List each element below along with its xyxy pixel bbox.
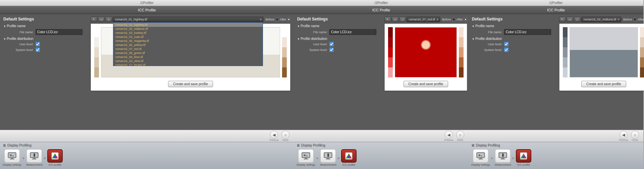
dropdown-option[interactable]: roman16_02_midtone.tif <box>113 27 263 31</box>
preview-image <box>570 27 638 77</box>
chevron-right-icon: ▸ <box>23 156 25 160</box>
workflow-step-3[interactable] <box>516 149 531 163</box>
workflow-step-2[interactable] <box>26 149 42 163</box>
after-radio[interactable] <box>287 18 290 21</box>
svg-rect-33 <box>477 153 484 157</box>
profile-name-section[interactable]: Profile name <box>297 24 378 28</box>
app-panel: i1ProfilerICC ProfileDefault SettingsPro… <box>0 0 294 169</box>
system-level-label: System level: <box>479 48 502 52</box>
before-radio[interactable] <box>452 18 455 21</box>
workflow-step-3[interactable] <box>341 149 357 163</box>
workflow-step-label: ICC profile <box>517 163 530 166</box>
user-level-checkbox[interactable] <box>36 42 40 46</box>
dropdown-list[interactable]: roman16_01_highkey.tifroman16_02_midtone… <box>113 22 263 66</box>
svg-rect-9 <box>32 159 37 159</box>
workflow-step-1[interactable] <box>473 149 488 163</box>
home-button[interactable]: ⌂ <box>631 131 639 139</box>
dropdown-option[interactable]: roman16_01_highkey.tif <box>113 23 263 27</box>
dropdown-option[interactable]: roman16_06_yellow.tif <box>113 43 263 47</box>
image-select-dropdown[interactable]: roman16_01_highkey.tifroman16_01_highkey… <box>113 17 263 22</box>
previous-button[interactable]: ◀ <box>620 131 628 139</box>
svg-rect-42 <box>502 154 504 157</box>
dropdown-option[interactable]: roman16_03_lowkey.tif <box>113 31 263 35</box>
home-label: Home <box>455 139 465 141</box>
dropdown-option[interactable]: roman16_09_blue.tif <box>113 55 263 59</box>
file-name-input[interactable] <box>504 29 551 35</box>
file-name-input[interactable] <box>329 29 376 35</box>
app-panel: i1ProfilerICC ProfileDefault SettingsPro… <box>294 0 469 169</box>
profile-distribution-section[interactable]: Profile distribution <box>297 37 378 41</box>
svg-point-21 <box>306 155 308 157</box>
dropdown-option[interactable]: roman16_07_red.tif <box>113 47 263 51</box>
dropdown-option[interactable]: roman16_05_magenta.tif <box>113 39 263 43</box>
home-button[interactable]: ⌂ <box>281 131 289 139</box>
user-level-label: User level: <box>304 43 327 46</box>
user-level-checkbox[interactable] <box>504 42 508 46</box>
dropdown-option[interactable]: roman16_04_cyan.tif <box>113 35 263 39</box>
person-icon[interactable]: ☺ <box>574 17 581 22</box>
previous-button[interactable]: ◀ <box>445 131 453 139</box>
profile-name-section[interactable]: Profile name <box>472 24 552 28</box>
home-button[interactable]: ⌂ <box>456 131 464 139</box>
workflow-step-3[interactable] <box>47 149 63 163</box>
settings-heading: Default Settings <box>297 17 378 21</box>
workflow-step-1[interactable] <box>298 149 314 163</box>
pointer-icon[interactable]: ↖ <box>91 17 97 22</box>
profile-distribution-section[interactable]: Profile distribution <box>3 37 84 41</box>
system-level-checkbox[interactable] <box>36 48 40 52</box>
preview-panel: Create and save profile <box>559 23 644 91</box>
swatch-col-left <box>388 27 393 77</box>
system-level-label: System level: <box>10 48 34 52</box>
before-radio[interactable] <box>275 18 279 21</box>
svg-rect-3 <box>10 159 14 159</box>
workflow-step-label: Display settings <box>297 163 315 166</box>
workflow-title: 🖥Display Profiling <box>0 142 294 148</box>
system-level-label: System level: <box>304 48 327 52</box>
chevron-right-icon: ▸ <box>513 156 515 160</box>
image-select-dropdown[interactable]: roman16_07_red.tif <box>407 17 440 22</box>
image-mode-icon[interactable]: ▭ <box>567 17 573 22</box>
workflow-title: 🖥Display Profiling <box>294 142 469 148</box>
svg-point-37 <box>481 155 482 157</box>
dropdown-option[interactable]: roman16_08_green.tif <box>113 51 263 55</box>
user-level-label: User level: <box>10 43 34 46</box>
workflow-step-2[interactable] <box>320 149 336 163</box>
workflow-step-2[interactable] <box>495 149 511 163</box>
user-level-checkbox[interactable] <box>329 42 334 46</box>
system-level-checkbox[interactable] <box>329 48 334 52</box>
window-titlebar: i1Profiler <box>294 0 469 6</box>
create-save-profile-button[interactable]: Create and save profile <box>581 81 626 87</box>
svg-point-5 <box>12 155 14 157</box>
image-mode-icon[interactable]: ▭ <box>98 17 105 22</box>
svg-rect-19 <box>304 159 308 159</box>
home-label: Home <box>280 139 290 141</box>
image-select-dropdown[interactable]: roman16_02_midtone.tif <box>581 17 621 22</box>
svg-point-36 <box>479 154 481 156</box>
file-name-input[interactable] <box>36 29 83 35</box>
create-save-profile-button[interactable]: Create and save profile <box>404 81 448 87</box>
after-label: After <box>457 18 463 21</box>
previous-button[interactable]: ◀ <box>270 131 278 139</box>
before-radio[interactable] <box>633 18 637 21</box>
after-label: After <box>638 18 644 21</box>
profile-name-section[interactable]: Profile name <box>3 24 84 28</box>
person-icon[interactable]: ☺ <box>399 17 406 22</box>
after-radio[interactable] <box>464 18 467 21</box>
workflow-step-1[interactable] <box>4 149 20 163</box>
system-level-checkbox[interactable] <box>504 48 508 52</box>
profile-distribution-section[interactable]: Profile distribution <box>472 37 552 41</box>
image-mode-icon[interactable]: ▭ <box>392 17 398 22</box>
file-name-label: File name: <box>10 31 34 34</box>
dropdown-option[interactable]: roman16_11_brown.tif <box>113 63 263 66</box>
dropdown-option[interactable]: roman16_10_olive.tif <box>113 59 263 63</box>
create-save-profile-button[interactable]: Create and save profile <box>168 81 213 87</box>
chevron-right-icon: ▸ <box>317 156 319 160</box>
after-label: After <box>280 18 286 21</box>
section-header: ICC Profile <box>294 6 469 14</box>
svg-rect-24 <box>327 158 329 159</box>
workflow-step-label: Display settings <box>3 163 21 166</box>
pointer-icon[interactable]: ↖ <box>559 17 566 22</box>
svg-rect-1 <box>9 153 15 157</box>
pointer-icon[interactable]: ↖ <box>384 17 391 22</box>
person-icon[interactable]: ☺ <box>105 17 112 22</box>
